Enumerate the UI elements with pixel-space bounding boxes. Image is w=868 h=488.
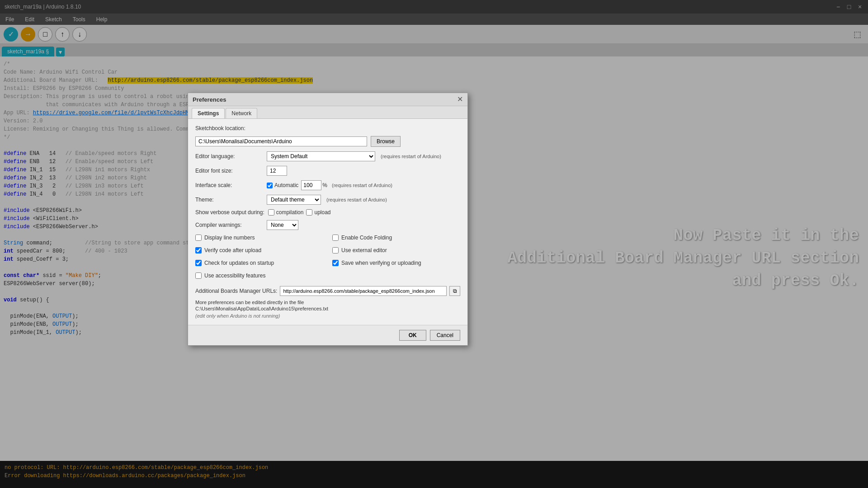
dialog-content: Sketchbook location: Browse Editor langu… [188,119,467,325]
verify-code-checkbox[interactable] [195,247,202,253]
scale-input-wrap: % [301,180,327,190]
checkboxes-grid: Display line numbers Enable Code Folding… [195,235,460,282]
editor-language-row: Editor language: System Default English … [195,151,460,161]
use-external-editor-checkbox[interactable] [332,247,339,253]
verbose-label: Show verbose output during: [195,209,264,216]
boards-url-label: Additional Boards Manager URLs: [195,288,277,294]
tab-settings[interactable]: Settings [192,108,225,118]
upload-checkbox[interactable] [306,209,312,216]
compilation-label: compilation [276,209,304,216]
dialog-footer: OK Cancel [188,325,467,345]
verify-code-label: Verify code after upload [204,247,261,253]
boards-url-input[interactable] [280,286,447,296]
scale-auto-check: Automatic [267,182,298,188]
enable-code-folding-label: Enable Code Folding [341,235,392,241]
editor-language-note: (requires restart of Arduino) [381,154,441,159]
display-line-numbers-row: Display line numbers [195,235,323,241]
scale-percent-label: % [322,182,327,188]
modal-overlay: Preferences ✕ Settings Network Sketchboo… [0,0,868,488]
use-external-editor-label: Use external editor [341,247,387,253]
dialog-close-button[interactable]: ✕ [457,96,463,103]
file-path: C:\Users\Monalisa\AppData\Local\Arduino1… [195,306,460,311]
compiler-warnings-select[interactable]: None Default More All [267,220,298,230]
save-verifying-row: Save when verifying or uploading [332,260,460,266]
compiler-warnings-label: Compiler warnings: [195,222,263,228]
save-verifying-label: Save when verifying or uploading [341,260,421,266]
verify-code-row: Verify code after upload [195,247,323,253]
boards-url-row: Additional Boards Manager URLs: ⧉ [195,286,460,296]
sketchbook-input-row: Browse [195,136,460,147]
check-updates-label: Check for updates on startup [204,260,274,266]
use-accessibility-row: Use accessibility features [195,272,323,279]
editor-language-select[interactable]: System Default English [267,151,375,161]
interface-scale-label: Interface scale: [195,182,263,188]
upload-check: upload [306,209,330,216]
file-note: More preferences can be edited directly … [195,300,460,305]
scale-automatic-checkbox[interactable] [267,183,273,188]
check-updates-checkbox[interactable] [195,260,202,266]
cancel-button[interactable]: Cancel [430,330,460,341]
edit-note: (edit only when Arduino is not running) [195,313,460,319]
dialog-titlebar: Preferences ✕ [188,93,467,106]
browse-button[interactable]: Browse [371,136,401,147]
verbose-output-row: Show verbose output during: compilation … [195,209,460,216]
enable-code-folding-checkbox[interactable] [332,235,339,241]
upload-label: upload [314,209,330,216]
enable-code-folding-row: Enable Code Folding [332,235,460,241]
verbose-controls: compilation upload [268,209,331,216]
sketchbook-row: Sketchbook location: [195,125,460,131]
editor-font-size-label: Editor font size: [195,168,263,174]
scale-value-input[interactable] [301,180,321,190]
use-accessibility-label: Use accessibility features [204,272,265,279]
editor-language-label: Editor language: [195,153,263,160]
display-line-numbers-checkbox[interactable] [195,235,202,241]
save-verifying-checkbox[interactable] [332,260,339,266]
sketchbook-input[interactable] [195,136,367,146]
boards-url-copy-button[interactable]: ⧉ [449,286,460,296]
theme-label: Theme: [195,197,263,203]
compiler-warnings-row: Compiler warnings: None Default More All [195,220,460,230]
compilation-checkbox[interactable] [268,209,274,216]
tab-network[interactable]: Network [226,108,257,118]
dialog-tabs: Settings Network [188,106,467,119]
theme-select[interactable]: Default theme [267,195,321,205]
scale-controls: Automatic % (requires restart of Arduino… [267,180,392,190]
check-updates-row: Check for updates on startup [195,260,323,266]
theme-note: (requires restart of Arduino) [326,197,387,202]
scale-automatic-label: Automatic [274,182,298,188]
use-accessibility-checkbox[interactable] [195,272,202,279]
display-line-numbers-label: Display line numbers [204,235,255,241]
sketchbook-label: Sketchbook location: [195,125,263,131]
theme-row: Theme: Default theme (requires restart o… [195,195,460,205]
use-external-editor-row: Use external editor [332,247,460,253]
preferences-dialog: Preferences ✕ Settings Network Sketchboo… [188,93,468,346]
ok-button[interactable]: OK [399,330,426,341]
scale-note: (requires restart of Arduino) [332,183,392,188]
dialog-title: Preferences [193,96,226,103]
editor-font-size-input[interactable] [267,166,287,176]
editor-font-size-row: Editor font size: [195,166,460,176]
interface-scale-row: Interface scale: Automatic % (requires r… [195,180,460,190]
compilation-check: compilation [268,209,304,216]
